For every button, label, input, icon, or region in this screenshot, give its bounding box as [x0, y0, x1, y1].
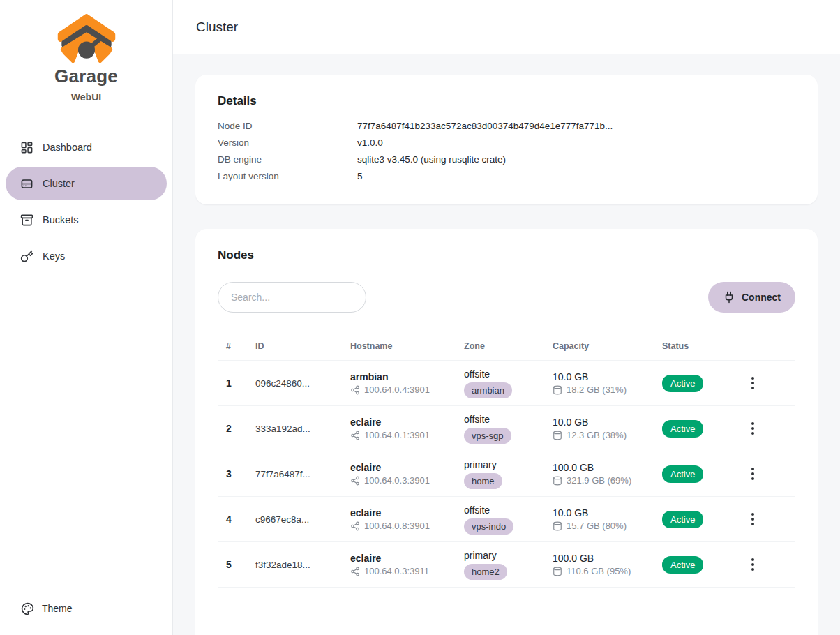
row-actions-button[interactable] [747, 554, 758, 575]
row-actions-button[interactable] [747, 463, 758, 484]
status-badge: Active [662, 420, 703, 438]
row-actions-button[interactable] [747, 373, 758, 394]
sidebar-item-dashboard[interactable]: Dashboard [6, 130, 167, 164]
node-capacity: 10.0 GB [553, 371, 654, 382]
sidebar-item-cluster[interactable]: Cluster [6, 167, 167, 200]
table-header-row: # ID Hostname Zone Capacity Status [218, 331, 795, 361]
node-address: 100.64.0.1:3901 [364, 430, 430, 440]
sidebar: Garage WebUI Dashboard Cluster Bucket [0, 0, 173, 635]
col-header-hostname: Hostname [342, 341, 456, 351]
database-icon [553, 567, 562, 576]
archive-icon [20, 214, 33, 227]
share-icon [350, 521, 360, 531]
table-row: 4 c9667ec8a... eclaire 100.64.0.8:3901 [218, 497, 795, 542]
node-zone: offsite [464, 505, 544, 516]
sidebar-item-label: Dashboard [43, 142, 92, 153]
dashboard-icon [20, 141, 33, 154]
node-id: c9667ec8a... [247, 514, 342, 525]
details-list: Node ID 77f7a6487f41b233ac572ac83d00374b… [218, 118, 795, 185]
node-address: 100.64.0.8:3901 [364, 521, 430, 531]
hard-drive-icon [20, 177, 33, 190]
zone-tag-badge: home [464, 473, 502, 489]
share-icon [350, 476, 360, 486]
database-icon [553, 521, 562, 531]
zone-tag-badge: vps-indo [464, 518, 513, 535]
detail-label: DB engine [218, 151, 357, 168]
node-zone: offsite [464, 414, 544, 425]
table-row: 5 f3f32ade18... eclaire 100.64.0.3:3911 [218, 542, 795, 588]
connect-label: Connect [742, 292, 781, 303]
node-hostname: eclaire [350, 462, 456, 473]
detail-row: Layout version 5 [218, 168, 795, 185]
detail-row: Node ID 77f7a6487f41b233ac572ac83d00374b… [218, 118, 795, 135]
node-used: 18.2 GB (31%) [567, 384, 627, 395]
col-header-zone: Zone [456, 341, 544, 351]
sidebar-item-keys[interactable]: Keys [6, 239, 167, 273]
sidebar-item-label: Keys [43, 251, 65, 262]
col-header-status: Status [654, 341, 737, 351]
sidebar-spacer [6, 273, 167, 595]
page-title: Cluster [196, 20, 238, 35]
zone-tag-badge: home2 [464, 564, 507, 580]
zone-tag-badge: armbian [464, 382, 512, 398]
node-index: 1 [218, 378, 247, 389]
sidebar-item-label: Buckets [43, 214, 79, 225]
nodes-toolbar: Connect [218, 282, 795, 313]
node-id: f3f32ade18... [247, 560, 342, 570]
node-index: 4 [218, 514, 247, 525]
node-index: 3 [218, 468, 247, 479]
main-area: Cluster Details Node ID 77f7a6487f41b233… [173, 0, 840, 635]
search-input[interactable] [218, 282, 366, 313]
nodes-title: Nodes [218, 248, 795, 262]
col-header-id: ID [247, 341, 342, 351]
node-used: 110.6 GB (95%) [567, 566, 631, 576]
topbar: Cluster [173, 0, 840, 54]
plug-icon [723, 291, 735, 304]
node-hostname: armbian [350, 371, 456, 382]
detail-row: DB engine sqlite3 v3.45.0 (using rusqlit… [218, 151, 795, 168]
node-used: 321.9 GB (69%) [567, 475, 631, 486]
node-zone: primary [464, 459, 544, 470]
details-card: Details Node ID 77f7a6487f41b233ac572ac8… [195, 75, 818, 204]
row-actions-button[interactable] [747, 509, 758, 530]
node-hostname: eclaire [350, 553, 456, 564]
node-capacity: 10.0 GB [553, 417, 654, 428]
status-badge: Active [662, 511, 703, 528]
node-hostname: eclaire [350, 417, 456, 428]
details-title: Details [218, 94, 795, 108]
table-row: 2 333a192ad... eclaire 100.64.0.1:3901 [218, 406, 795, 451]
node-address: 100.64.0.4:3901 [364, 384, 430, 395]
zone-tag-badge: vps-sgp [464, 428, 511, 444]
share-icon [350, 567, 360, 576]
table-row: 3 77f7a6487f... eclaire 100.64.0.3:3901 [218, 451, 795, 497]
database-icon [553, 431, 562, 440]
detail-row: Version v1.0.0 [218, 135, 795, 151]
status-badge: Active [662, 465, 703, 483]
node-hostname: eclaire [350, 507, 456, 518]
connect-button[interactable]: Connect [708, 282, 795, 313]
app-window: Garage WebUI Dashboard Cluster Bucket [0, 0, 840, 635]
node-id: 096c24860... [247, 378, 342, 389]
app-title: Garage [6, 66, 167, 87]
sidebar-item-buckets[interactable]: Buckets [6, 203, 167, 237]
node-zone: primary [464, 550, 544, 561]
node-used: 12.3 GB (38%) [567, 430, 627, 440]
node-id: 77f7a6487f... [247, 469, 342, 479]
page-content: Details Node ID 77f7a6487f41b233ac572ac8… [173, 54, 840, 635]
nodes-table: # ID Hostname Zone Capacity Status 1 096… [218, 331, 795, 588]
node-index: 5 [218, 559, 247, 570]
node-capacity: 10.0 GB [553, 507, 654, 518]
theme-button[interactable]: Theme [6, 595, 167, 622]
detail-value: v1.0.0 [357, 135, 383, 151]
detail-value: 77f7a6487f41b233ac572ac83d00374b479d4e1e… [357, 118, 613, 135]
logo: Garage WebUI [6, 10, 167, 103]
table-row: 1 096c24860... armbian 100.64.0.4:3901 [218, 361, 795, 406]
detail-label: Version [218, 135, 357, 151]
node-id: 333a192ad... [247, 424, 342, 434]
row-actions-button[interactable] [747, 418, 758, 439]
detail-label: Node ID [218, 118, 357, 135]
palette-icon [21, 602, 34, 615]
garage-logo-icon [6, 11, 167, 64]
sidebar-nav: Dashboard Cluster Buckets Keys [6, 130, 167, 273]
node-address: 100.64.0.3:3911 [364, 566, 429, 576]
